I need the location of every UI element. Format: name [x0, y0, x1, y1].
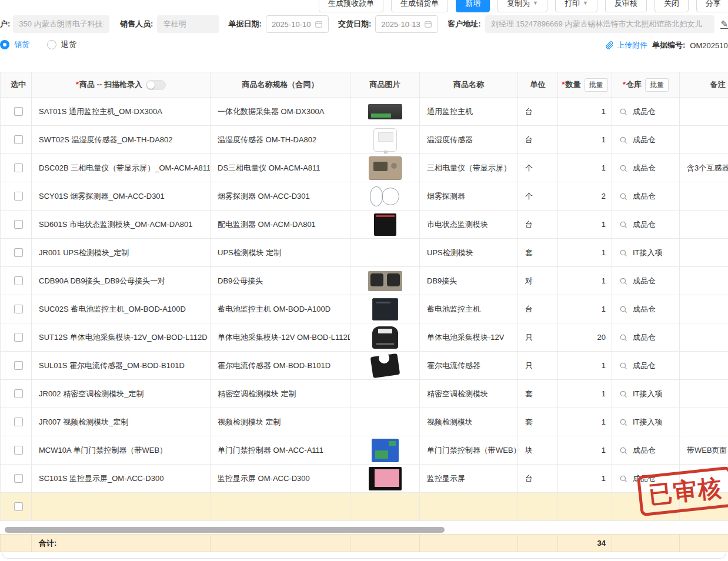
product-name-cell: 监控显示屏	[420, 465, 518, 493]
search-icon[interactable]	[619, 136, 627, 144]
row-checkbox[interactable]	[14, 163, 23, 172]
row-checkbox[interactable]	[14, 220, 23, 229]
row-checkbox[interactable]	[14, 333, 23, 342]
delivery-date-field[interactable]	[375, 15, 438, 33]
search-icon[interactable]	[619, 333, 627, 342]
search-icon[interactable]	[619, 192, 627, 201]
product-image-cell	[350, 323, 420, 352]
warehouse-cell: 成品仓	[612, 436, 680, 465]
generate-advance-receipt-button[interactable]: 生成预收款单	[319, 0, 383, 12]
edit-address-icon[interactable]: ✎	[720, 19, 728, 29]
row-select-cell	[5, 267, 32, 295]
search-icon[interactable]	[619, 475, 627, 483]
unapprove-button[interactable]: 反审核	[605, 0, 647, 12]
table-row: SAT01S 通用监控主机_OM-DX300A 一体化数据采集器 OM-DX30…	[1, 98, 728, 126]
order-date-input[interactable]	[272, 20, 312, 29]
qty-cell	[558, 493, 612, 521]
warehouse-cell: IT接入项	[612, 380, 680, 408]
radio-sale-label: 销货	[14, 39, 29, 50]
calendar-icon	[315, 20, 323, 28]
product-image	[372, 298, 398, 320]
row-checkbox[interactable]	[14, 361, 23, 370]
search-icon[interactable]	[619, 446, 627, 455]
row-select-cell	[5, 154, 32, 182]
address-label: 客户地址:	[448, 19, 480, 29]
row-checkbox[interactable]	[14, 389, 23, 398]
row-strip	[1, 126, 5, 154]
search-icon[interactable]	[619, 390, 627, 398]
product-image-cell	[350, 211, 420, 239]
search-icon[interactable]	[619, 418, 627, 426]
search-icon[interactable]	[619, 305, 627, 313]
product-code-cell: SD601S 市电状态监测模块_OM-ACM-DA801	[32, 211, 211, 239]
row-strip	[1, 493, 5, 521]
row-strip	[1, 182, 5, 211]
row-checkbox[interactable]	[14, 305, 23, 313]
table-row: MCW10A 单门门禁控制器（带WEB） 单门门禁控制器 OM-ACC-A111…	[1, 436, 728, 465]
search-icon[interactable]	[619, 249, 627, 257]
qty-cell: 1	[558, 98, 612, 126]
search-icon[interactable]	[619, 164, 627, 172]
table-row: CDB90A DB9接头_DB9公母接头一对 DB9公母接头 DB9接头 对 1…	[1, 267, 728, 295]
print-button[interactable]: 打印▼	[555, 0, 597, 12]
table-row: JR001 UPS检测模块_定制 UPS检测模块 定制 UPS检测模块 套 1 …	[1, 239, 728, 267]
qty-cell: 1	[558, 211, 612, 239]
upload-attachment-link[interactable]: 上传附件	[606, 40, 647, 51]
add-new-button[interactable]: 新增	[456, 0, 490, 12]
row-strip	[1, 436, 5, 465]
table-row: SD601S 市电状态监测模块_OM-ACM-DA801 配电监测器 OM-AC…	[1, 211, 728, 239]
radio-return[interactable]: 退货	[47, 39, 76, 50]
warehouse-cell: 成品仓	[612, 126, 680, 154]
product-image	[368, 104, 402, 119]
table-row: SC101S 监控显示屏_OM-ACC-D300 监控显示屏 OM-ACC-D3…	[1, 465, 728, 493]
radio-return-label: 退货	[61, 39, 76, 50]
search-icon[interactable]	[619, 362, 627, 370]
note-cell	[680, 352, 728, 380]
unit-cell: 块	[518, 436, 558, 465]
warehouse-cell: IT接入项	[612, 408, 680, 436]
row-checkbox[interactable]	[14, 107, 23, 116]
row-checkbox[interactable]	[14, 192, 23, 201]
product-image	[368, 271, 402, 291]
row-checkbox[interactable]	[14, 474, 23, 483]
product-code-cell: CDB90A DB9接头_DB9公母接头一对	[32, 267, 211, 295]
product-name-cell: UPS检测模块	[420, 239, 518, 267]
warehouse-batch-button[interactable]: 批量	[645, 78, 669, 92]
copy-as-button[interactable]: 复制为▼	[497, 0, 547, 12]
delivery-date-input[interactable]	[381, 20, 422, 29]
unit-cell: 台	[518, 98, 558, 126]
close-button[interactable]: 关闭	[654, 0, 689, 12]
total-select-cell	[5, 535, 32, 552]
chevron-down-icon: ▼	[533, 1, 538, 6]
share-button[interactable]: 分享	[696, 0, 728, 12]
row-checkbox[interactable]	[14, 276, 23, 285]
note-cell	[680, 98, 728, 126]
search-icon[interactable]	[619, 277, 627, 285]
product-name-cell: 霍尔电流传感器	[420, 352, 518, 380]
chevron-down-icon: ▼	[583, 1, 588, 6]
product-name-cell: 蓄电池监控主机	[420, 295, 518, 323]
qty-batch-button[interactable]: 批量	[585, 78, 608, 92]
row-strip	[1, 380, 5, 408]
order-date-field[interactable]	[266, 15, 329, 33]
radio-sale[interactable]: 销货	[0, 39, 29, 50]
scan-input-toggle[interactable]	[146, 80, 166, 90]
note-cell	[680, 182, 728, 211]
row-checkbox[interactable]	[14, 446, 23, 455]
generate-sales-slip-button[interactable]: 生成销货单	[391, 0, 448, 12]
product-code-cell: JR007 视频检测模块_定制	[32, 408, 211, 436]
table-row: SCY01S 烟雾探测器_OM-ACC-D301 烟雾探测器 OM-ACC-D3…	[1, 182, 728, 211]
product-name-cell: 视频检测模块	[420, 408, 518, 436]
row-checkbox[interactable]	[14, 418, 23, 426]
search-icon[interactable]	[619, 221, 627, 229]
salesperson-label: 销售人员:	[120, 19, 153, 29]
row-checkbox[interactable]	[14, 248, 23, 257]
row-checkbox[interactable]	[14, 502, 23, 511]
search-icon[interactable]	[619, 108, 627, 116]
horizontal-scrollbar-thumb[interactable]	[5, 527, 445, 533]
product-code-cell: SC101S 监控显示屏_OM-ACC-D300	[32, 465, 211, 493]
row-checkbox[interactable]	[14, 135, 23, 144]
note-cell	[680, 380, 728, 408]
radio-selected-icon	[0, 40, 9, 49]
qty-cell: 2	[558, 182, 612, 211]
